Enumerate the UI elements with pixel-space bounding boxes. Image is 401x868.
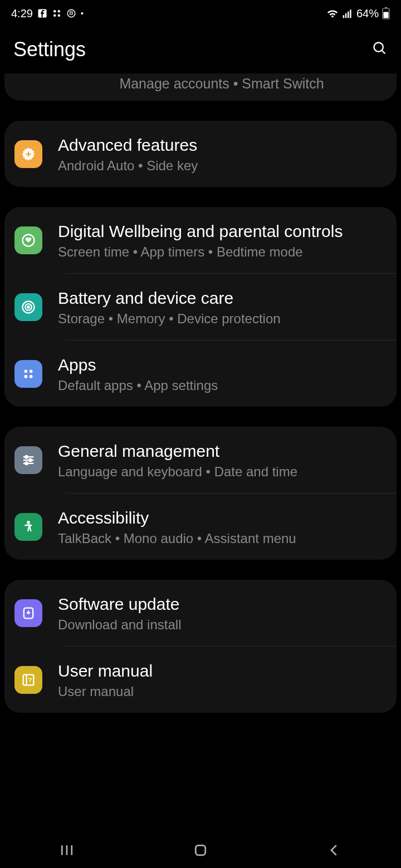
item-title: Accessibility: [58, 507, 387, 529]
settings-item-accessibility[interactable]: AccessibilityTalkBack • Mono audio • Ass…: [4, 494, 397, 560]
settings-item-general-management[interactable]: General managementLanguage and keyboard …: [4, 427, 397, 493]
settings-item-battery-device-care[interactable]: Battery and device careStorage • Memory …: [4, 274, 397, 340]
settings-content: Manage accounts • Smart Switch Advanced …: [0, 73, 401, 713]
status-time: 4:29: [11, 7, 33, 20]
svg-rect-12: [384, 12, 389, 18]
svg-point-21: [24, 369, 27, 373]
svg-point-13: [374, 43, 383, 52]
wifi-icon: [326, 7, 339, 19]
svg-point-2: [57, 10, 60, 13]
svg-point-24: [30, 374, 33, 378]
item-text: User manualUser manual: [58, 660, 387, 699]
svg-line-14: [382, 51, 385, 54]
svg-rect-8: [348, 12, 349, 18]
svg-rect-16: [26, 153, 31, 154]
svg-rect-11: [385, 7, 387, 8]
digital-wellbeing-icon: [14, 226, 42, 254]
settings-group: Software updateDownload and install?User…: [4, 580, 397, 713]
item-title: Digital Wellbeing and parental controls: [58, 220, 387, 242]
item-accounts-peek[interactable]: Manage accounts • Smart Switch: [4, 73, 397, 101]
general-management-icon: [14, 446, 42, 474]
search-button[interactable]: [372, 41, 388, 58]
svg-rect-7: [345, 13, 347, 18]
item-subtitle: Language and keyboard • Date and time: [58, 464, 387, 480]
item-subtitle: Default apps • App settings: [58, 378, 387, 393]
app-grid-icon: [52, 8, 62, 18]
signal-icon: [342, 8, 353, 19]
accessibility-icon: [14, 513, 42, 541]
nav-back[interactable]: [326, 842, 343, 861]
settings-item-advanced-features[interactable]: Advanced featuresAndroid Auto • Side key: [4, 121, 397, 187]
settings-group: General managementLanguage and keyboard …: [4, 427, 397, 560]
svg-point-22: [30, 369, 33, 373]
item-text: Digital Wellbeing and parental controlsS…: [58, 220, 387, 260]
item-title: User manual: [58, 660, 387, 682]
settings-group: Advanced featuresAndroid Auto • Side key: [4, 121, 397, 187]
apps-icon: [14, 360, 42, 388]
item-title: Battery and device care: [58, 287, 387, 309]
item-text: General managementLanguage and keyboard …: [58, 440, 387, 480]
item-text: Battery and device careStorage • Memory …: [58, 287, 387, 327]
svg-point-1: [53, 10, 56, 13]
item-title: Software update: [58, 593, 387, 615]
svg-point-31: [27, 520, 30, 524]
nav-home[interactable]: [192, 842, 209, 861]
battery-device-care-icon: [14, 293, 42, 321]
battery-percent: 64%: [356, 7, 379, 20]
status-bar: 4:29 • 64%: [0, 0, 401, 27]
settings-group: Digital Wellbeing and parental controlsS…: [4, 207, 397, 407]
item-subtitle: TalkBack • Mono audio • Assistant menu: [58, 531, 387, 546]
status-right: 64%: [326, 7, 390, 20]
svg-text:?: ?: [28, 676, 32, 683]
item-subtitle: Screen time • App timers • Bedtime mode: [58, 244, 387, 260]
svg-point-5: [67, 9, 75, 17]
advanced-features-icon: [14, 140, 42, 168]
item-text: AppsDefault apps • App settings: [58, 354, 387, 393]
svg-point-30: [25, 462, 28, 465]
item-text: AccessibilityTalkBack • Mono audio • Ass…: [58, 507, 387, 546]
nav-recent[interactable]: [58, 842, 75, 861]
svg-rect-6: [343, 15, 345, 18]
item-subtitle: User manual: [58, 684, 387, 699]
settings-item-user-manual[interactable]: ?User manualUser manual: [4, 647, 397, 713]
svg-rect-39: [195, 845, 206, 855]
svg-point-4: [57, 14, 60, 17]
user-manual-icon: ?: [14, 666, 42, 694]
circle-b-icon: [66, 8, 76, 18]
settings-item-digital-wellbeing[interactable]: Digital Wellbeing and parental controlsS…: [4, 207, 397, 273]
item-title: Advanced features: [58, 134, 387, 156]
item-subtitle: Android Auto • Side key: [58, 158, 387, 174]
item-text: Advanced featuresAndroid Auto • Side key: [58, 134, 387, 174]
status-dot: •: [81, 9, 84, 18]
svg-point-3: [53, 14, 56, 17]
item-title: General management: [58, 440, 387, 462]
nav-bar: [0, 835, 401, 868]
facebook-icon: [37, 8, 47, 18]
status-left: 4:29 •: [11, 7, 84, 20]
item-subtitle: Download and install: [58, 617, 387, 633]
item-title: Apps: [58, 354, 387, 376]
settings-item-software-update[interactable]: Software updateDownload and install: [4, 580, 397, 646]
search-icon: [372, 41, 388, 56]
page-title: Settings: [13, 38, 86, 61]
svg-point-26: [25, 455, 28, 458]
card-peek: Manage accounts • Smart Switch: [4, 73, 397, 101]
svg-point-20: [27, 306, 30, 308]
svg-point-28: [29, 458, 32, 461]
item-subtitle: Storage • Memory • Device protection: [58, 311, 387, 327]
item-text: Software updateDownload and install: [58, 593, 387, 633]
software-update-icon: [14, 599, 42, 627]
header: Settings: [0, 27, 401, 78]
svg-rect-9: [350, 9, 351, 18]
battery-icon: [382, 7, 390, 19]
settings-item-apps[interactable]: AppsDefault apps • App settings: [4, 341, 397, 407]
svg-point-23: [24, 374, 27, 378]
item-subtitle: Manage accounts • Smart Switch: [119, 76, 324, 92]
